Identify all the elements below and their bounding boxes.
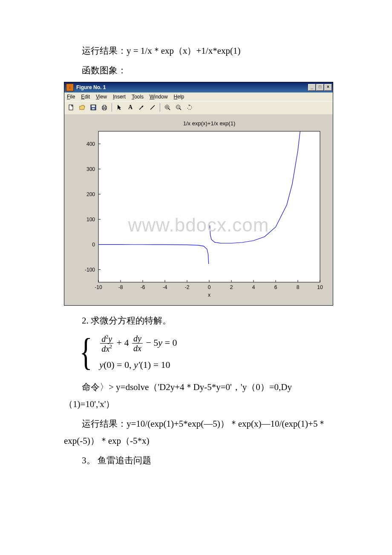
svg-rect-3 [92,108,95,110]
figure-caption-intro: 函数图象： [64,62,332,79]
menu-tools[interactable]: Tools [132,94,144,100]
window-controls: _ □ × [308,84,332,91]
menu-help[interactable]: Help [174,94,184,100]
svg-text:-10: -10 [95,284,102,290]
svg-text:400: 400 [86,141,95,147]
svg-line-14 [179,108,181,110]
menu-file[interactable]: File [67,94,75,100]
svg-line-10 [168,108,170,110]
svg-text:-4: -4 [163,284,167,290]
svg-text:100: 100 [86,216,95,222]
toolbar-separator [160,103,160,112]
svg-rect-6 [103,109,106,110]
menu-insert[interactable]: Insert [113,94,126,100]
zoom-out-icon[interactable] [173,102,184,113]
maximize-button[interactable]: □ [316,84,324,91]
result-line-1: 运行结果：y = 1/x＊exp（x）+1/x*exp(1) [64,43,332,60]
equation-2: y(0) = 0, y'(1) = 10 [99,359,177,370]
figure-toolbar: A [64,101,333,114]
figure-window: ↓ Figure No. 1 _ □ × File Edit View Inse… [64,82,333,306]
svg-rect-2 [92,105,95,107]
equation-system: { d2ydx2 + 4 dydx − 5y = 0 y(0) = 0, y'(… [77,334,332,370]
svg-text:-8: -8 [118,284,123,290]
command-line: 命令〉> y=dsolve（'D2y+4＊Dy-5*y=0'，'y（0）=0,D… [64,379,332,413]
menu-edit[interactable]: Edit [81,94,90,100]
svg-text:-2: -2 [185,284,190,290]
svg-text:x: x [208,292,210,298]
svg-line-8 [150,105,155,110]
svg-text:6: 6 [274,284,277,290]
arrow-tool-icon[interactable] [136,102,147,113]
svg-text:-6: -6 [141,284,145,290]
svg-text:1/x exp(x)+1/x exp(1): 1/x exp(x)+1/x exp(1) [183,120,235,127]
open-icon[interactable] [77,102,87,113]
toolbar-separator [112,103,112,112]
svg-text:0: 0 [208,284,211,290]
figure-titlebar: ↓ Figure No. 1 _ □ × [64,82,333,92]
svg-text:4: 4 [252,284,255,290]
menu-view[interactable]: View [96,94,107,100]
svg-rect-5 [103,105,106,107]
question-3: 3。 鱼雷追击问题 [64,452,332,469]
minimize-button[interactable]: _ [308,84,316,91]
svg-text:200: 200 [86,191,95,197]
close-button[interactable]: × [324,84,332,91]
svg-text:2: 2 [230,284,233,290]
figure-menubar: File Edit View Insert Tools Window Help [64,92,333,101]
svg-text:300: 300 [86,166,95,172]
text-tool-icon[interactable]: A [125,102,135,113]
svg-text:-100: -100 [85,266,95,272]
figure-title: Figure No. 1 [76,84,106,90]
svg-text:8: 8 [297,284,300,290]
svg-text:0: 0 [92,241,95,247]
new-icon[interactable] [66,102,76,113]
print-icon[interactable] [99,102,110,113]
rotate-icon[interactable] [184,102,195,113]
question-2: 2. 求微分方程的特解。 [64,312,332,330]
plot-area: 1/x exp(x)+1/x exp(1)-10-8-6-4-20246810-… [64,114,333,305]
matlab-icon: ↓ [66,84,74,91]
zoom-in-icon[interactable] [162,102,173,113]
menu-window[interactable]: Window [150,94,168,100]
svg-text:10: 10 [317,284,323,290]
equation-1: d2ydx2 + 4 dydx − 5y = 0 [99,334,177,353]
result-2: 运行结果：y=10/(exp(1)+5*exp(—5)）＊exp(x)—10/(… [64,416,332,450]
save-icon[interactable] [88,102,98,113]
pointer-icon[interactable] [114,102,124,113]
line-tool-icon[interactable] [147,102,158,113]
svg-rect-16 [98,131,320,282]
chart: 1/x exp(x)+1/x exp(1)-10-8-6-4-20246810-… [69,119,329,299]
